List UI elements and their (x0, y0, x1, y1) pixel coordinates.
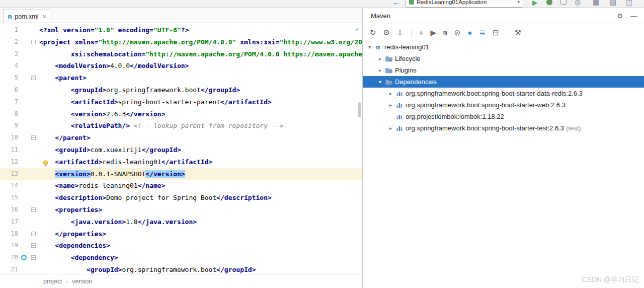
gear-icon[interactable]: ⚙ (617, 12, 623, 20)
fold-toggle-icon[interactable]: − (31, 232, 36, 236)
code-line[interactable]: 5− <parent> (0, 72, 362, 84)
chevron-right-icon[interactable]: ▸ (386, 102, 395, 108)
skip-tests-icon[interactable]: ⊘ (454, 29, 461, 37)
code-line[interactable]: 4 <modelVersion>4.0.0</modelVersion> (0, 60, 362, 72)
code-line[interactable]: 16− <properties> (0, 204, 362, 216)
maven-tool-window: Maven ⚙ — ↻⚙⇩+▶m⊘●≣⊟⚒ ▾mredis-leaning01▸… (363, 8, 644, 288)
maven-tree-item[interactable]: org.projectlombok:lombok:1.18.22 (363, 111, 644, 122)
reimport-refresh-icon[interactable]: ↻ (370, 29, 376, 37)
code-line[interactable]: 10− </parent> (0, 132, 362, 144)
fold-toggle-icon[interactable]: − (31, 255, 36, 260)
toolbar-grid-icon[interactable]: ▦ (593, 0, 599, 6)
chevron-right-icon[interactable]: ▸ (376, 56, 384, 61)
code-editor[interactable]: 1<?xml version="1.0" encoding="UTF-8"?>2… (0, 23, 362, 274)
run-build-icon[interactable]: ▶ (430, 29, 436, 37)
show-dependencies-icon[interactable]: ≣ (479, 29, 486, 37)
chevron-right-icon[interactable]: ▸ (386, 91, 395, 96)
maven-tree-item[interactable]: ▸org.springframework.boot:spring-boot-st… (363, 99, 644, 111)
library-icon (395, 124, 404, 132)
profiler-button[interactable]: ◎ (575, 0, 581, 6)
debug-button[interactable] (546, 0, 552, 5)
maven-settings-icon[interactable]: ⚒ (515, 29, 521, 37)
chevron-right-icon[interactable]: ▸ (376, 67, 384, 73)
line-number: 3 (0, 48, 18, 60)
line-number: 14 (0, 180, 18, 192)
code-line[interactable]: 19− <dependencies> (0, 240, 362, 252)
code-line[interactable]: 9 <relativePath/> <!-- lookup parent fro… (0, 120, 362, 132)
tree-item-label: org.springframework.boot:spring-boot-sta… (406, 101, 566, 109)
offline-mode-icon[interactable]: ● (467, 29, 472, 37)
code-line[interactable]: 17 <java.version>1.8</java.version> (0, 216, 362, 228)
editor-tab-bar: m pom.xml × (0, 8, 362, 23)
code-line[interactable]: 13 <version>0.0.1-SNAPSHOT</version> (0, 168, 362, 180)
code-line[interactable]: 11 <groupId>com.xuexiriji</groupId> (0, 144, 362, 156)
back-navigation-icon[interactable]: ← (392, 0, 400, 7)
fold-toggle-icon[interactable]: − (31, 135, 36, 140)
code-line[interactable]: 3 xsi:schemaLocation="http://maven.apach… (0, 48, 362, 60)
code-line[interactable]: 6 <groupId>org.springframework.boot</gro… (0, 84, 362, 96)
library-icon (395, 90, 404, 98)
lib-icon-wrap (395, 113, 404, 121)
maven-tree-item[interactable]: ▸Lifecycle (363, 53, 644, 64)
folder-icon-wrap (384, 66, 393, 75)
fold-toggle-icon[interactable]: − (31, 40, 36, 44)
lib-icon-wrap (395, 101, 404, 109)
collapse-all-icon[interactable]: ⊟ (493, 29, 499, 37)
generate-sources-icon[interactable]: ⚙ (383, 29, 390, 37)
line-number: 13 (0, 168, 18, 180)
fold-toggle-icon[interactable]: − (31, 76, 36, 80)
maven-panel-title: Maven (371, 12, 390, 20)
chevron-right-icon[interactable]: ▸ (386, 125, 395, 131)
tree-item-label: org.projectlombok:lombok:1.18.22 (406, 113, 504, 120)
tab-pom-xml[interactable]: m pom.xml × (3, 10, 51, 23)
editor-scrollbar[interactable] (358, 102, 361, 117)
code-line[interactable]: 8 <version>2.6.3</version> (0, 108, 362, 120)
add-maven-project-icon[interactable]: + (419, 29, 424, 37)
gutter-marker-icon[interactable] (21, 255, 27, 260)
tab-close-icon[interactable]: × (42, 13, 46, 20)
code-line[interactable]: 12 <artifactId>redis-leaning01</artifact… (0, 156, 362, 168)
breadcrumb-item-project[interactable]: project (43, 278, 62, 285)
run-button[interactable]: ▶ (532, 0, 538, 7)
code-line[interactable]: 7 <artifactId>spring-boot-starter-parent… (0, 96, 362, 108)
toolbar-window-icon[interactable]: ◫ (626, 0, 632, 6)
maven-module-icon: m (376, 43, 380, 51)
tree-item-label: org.springframework.boot:spring-boot-sta… (406, 124, 564, 132)
maven-toolbar: ↻⚙⇩+▶m⊘●≣⊟⚒ (363, 24, 644, 41)
line-number: 9 (0, 120, 18, 132)
download-sources-icon[interactable]: ⇩ (397, 29, 404, 37)
inspections-ok-icon[interactable]: ✓ (355, 25, 359, 33)
line-number: 2 (0, 36, 18, 48)
editor-pane: m pom.xml × 1<?xml version="1.0" encodin… (0, 8, 363, 288)
execute-goal-icon[interactable]: m (443, 29, 447, 37)
maven-tree-item[interactable]: ▸Plugins (363, 64, 644, 76)
chevron-down-icon[interactable]: ▾ (365, 44, 374, 50)
chevron-down-icon: ▾ (517, 0, 520, 5)
code-line[interactable]: 18− </properties> (0, 228, 362, 240)
code-line[interactable]: 2−<project xmlns="http://maven.apache.or… (0, 36, 362, 48)
hide-panel-icon[interactable]: — (630, 12, 637, 20)
toolbar-separator (411, 29, 412, 37)
coverage-button[interactable] (560, 0, 567, 5)
maven-tree-item[interactable]: ▾mredis-leaning01 (363, 41, 644, 53)
code-line[interactable]: 21 <groupId>org.springframework.boot</gr… (0, 264, 362, 274)
fold-toggle-icon[interactable]: − (31, 243, 36, 248)
code-line[interactable]: 15 <description>Demo project for Spring … (0, 192, 362, 204)
maven-tree-item[interactable]: ▸org.springframework.boot:spring-boot-st… (363, 88, 644, 99)
line-number: 5 (0, 72, 18, 84)
run-configuration-select[interactable]: RedisLeaning01Application ▾ (406, 0, 523, 8)
line-number: 18 (0, 228, 18, 240)
code-lines: 1<?xml version="1.0" encoding="UTF-8"?>2… (0, 23, 362, 274)
intention-bulb-icon[interactable] (42, 159, 49, 165)
breadcrumb: project › version (0, 274, 362, 288)
code-line[interactable]: 1<?xml version="1.0" encoding="UTF-8"?> (0, 24, 362, 36)
breadcrumb-item-version[interactable]: version (72, 278, 92, 285)
code-line[interactable]: 14 <name>redis-leaning01</name> (0, 180, 362, 192)
maven-tree-item[interactable]: ▸org.springframework.boot:spring-boot-st… (363, 122, 644, 134)
maven-tree-item[interactable]: ▾Dependencies (363, 76, 644, 88)
toolbar-list-icon[interactable]: ▤ (610, 0, 616, 6)
code-line[interactable]: 20− <dependency> (0, 252, 362, 264)
line-number: 12 (0, 156, 18, 168)
chevron-down-icon[interactable]: ▾ (376, 79, 384, 85)
fold-toggle-icon[interactable]: − (31, 207, 36, 212)
